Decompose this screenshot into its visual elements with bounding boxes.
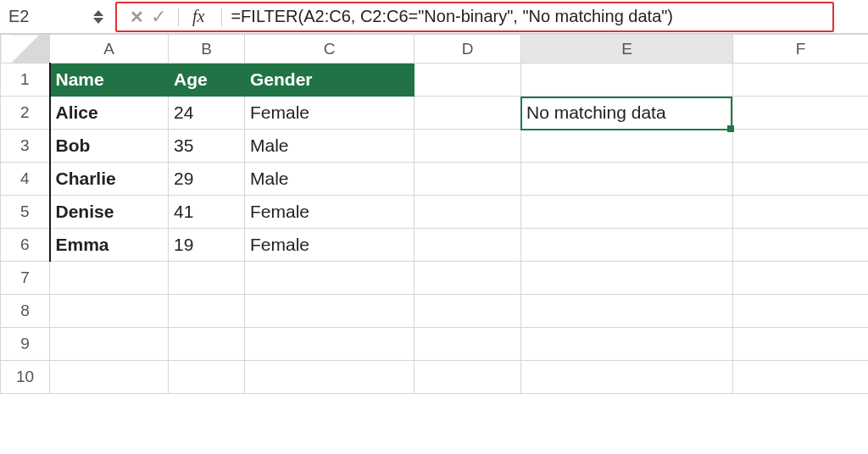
row-header[interactable]: 2	[1, 97, 50, 130]
row-header[interactable]: 8	[1, 295, 50, 328]
confirm-formula-icon[interactable]: ✓	[147, 6, 170, 28]
cell-C8[interactable]	[245, 295, 415, 328]
cell-C3[interactable]: Male	[245, 130, 415, 163]
cell-C2[interactable]: Female	[245, 97, 415, 130]
cell-F3[interactable]	[733, 130, 869, 163]
divider	[221, 8, 222, 26]
row-header[interactable]: 1	[1, 64, 50, 97]
cell-D5[interactable]	[415, 196, 521, 229]
cell-A9[interactable]	[50, 328, 169, 361]
cell-E4[interactable]	[521, 163, 733, 196]
row-6: 6 Emma 19 Female	[1, 229, 869, 262]
cell-B5[interactable]: 41	[169, 196, 245, 229]
row-7: 7	[1, 262, 869, 295]
cell-D6[interactable]	[415, 229, 521, 262]
fx-icon[interactable]: fx	[192, 7, 204, 26]
cell-E5[interactable]	[521, 196, 733, 229]
cell-F10[interactable]	[733, 361, 869, 394]
cell-F9[interactable]	[733, 328, 869, 361]
row-header[interactable]: 3	[1, 130, 50, 163]
divider	[178, 8, 179, 26]
formula-bar-group: ✕ ✓ fx =FILTER(A2:C6, C2:C6="Non-binary"…	[115, 2, 834, 32]
cell-C6[interactable]: Female	[245, 229, 415, 262]
cell-D8[interactable]	[415, 295, 521, 328]
cell-B10[interactable]	[169, 361, 245, 394]
cell-F6[interactable]	[733, 229, 869, 262]
row-header[interactable]: 10	[1, 361, 50, 394]
row-header[interactable]: 6	[1, 229, 50, 262]
cell-D3[interactable]	[415, 130, 521, 163]
cell-A6[interactable]: Emma	[50, 229, 169, 262]
row-10: 10	[1, 361, 869, 394]
formula-input[interactable]: =FILTER(A2:C6, C2:C6="Non-binary", "No m…	[231, 7, 824, 26]
cell-F2[interactable]	[733, 97, 869, 130]
col-header-A[interactable]: A	[50, 35, 169, 64]
chevron-down-icon[interactable]	[93, 18, 103, 24]
cell-E8[interactable]	[521, 295, 733, 328]
cell-F8[interactable]	[733, 295, 869, 328]
row-4: 4 Charlie 29 Male	[1, 163, 869, 196]
row-3: 3 Bob 35 Male	[1, 130, 869, 163]
cell-D9[interactable]	[415, 328, 521, 361]
cell-C10[interactable]	[245, 361, 415, 394]
cell-D4[interactable]	[415, 163, 521, 196]
cell-F7[interactable]	[733, 262, 869, 295]
cell-A4[interactable]: Charlie	[50, 163, 169, 196]
fill-handle[interactable]	[727, 125, 734, 132]
row-2: 2 Alice 24 Female No matching data	[1, 97, 869, 130]
cell-F1[interactable]	[733, 64, 869, 97]
cell-F5[interactable]	[733, 196, 869, 229]
col-header-C[interactable]: C	[245, 35, 415, 64]
cell-B2[interactable]: 24	[169, 97, 245, 130]
select-all-corner[interactable]	[1, 35, 50, 64]
chevron-up-icon[interactable]	[93, 10, 103, 16]
row-header[interactable]: 7	[1, 262, 50, 295]
row-header[interactable]: 4	[1, 163, 50, 196]
row-8: 8	[1, 295, 869, 328]
cell-C7[interactable]	[245, 262, 415, 295]
row-header[interactable]: 5	[1, 196, 50, 229]
col-header-B[interactable]: B	[169, 35, 245, 64]
cell-E2[interactable]: No matching data	[521, 97, 733, 130]
cell-D7[interactable]	[415, 262, 521, 295]
cell-A8[interactable]	[50, 295, 169, 328]
cell-A1[interactable]: Name	[50, 64, 169, 97]
cell-F4[interactable]	[733, 163, 869, 196]
col-header-D[interactable]: D	[415, 35, 521, 64]
cell-A7[interactable]	[50, 262, 169, 295]
name-box-stepper[interactable]	[93, 10, 103, 24]
col-header-F[interactable]: F	[733, 35, 869, 64]
cancel-formula-icon[interactable]: ✕	[125, 7, 147, 27]
cell-B9[interactable]	[169, 328, 245, 361]
cell-B1[interactable]: Age	[169, 64, 245, 97]
cell-E7[interactable]	[521, 262, 733, 295]
cell-D10[interactable]	[415, 361, 521, 394]
spreadsheet-grid[interactable]: A B C D E F 1 Name Age Gender 2 Alice 24	[0, 34, 868, 394]
name-box[interactable]: E2	[8, 7, 110, 26]
cell-E9[interactable]	[521, 328, 733, 361]
row-header[interactable]: 9	[1, 328, 50, 361]
cell-B7[interactable]	[169, 262, 245, 295]
cell-C4[interactable]: Male	[245, 163, 415, 196]
cell-C9[interactable]	[245, 328, 415, 361]
cell-B6[interactable]: 19	[169, 229, 245, 262]
cell-C5[interactable]: Female	[245, 196, 415, 229]
col-header-E[interactable]: E	[521, 35, 733, 64]
cell-A5[interactable]: Denise	[50, 196, 169, 229]
cell-E3[interactable]	[521, 130, 733, 163]
cell-D2[interactable]	[415, 97, 521, 130]
row-9: 9	[1, 328, 869, 361]
cell-B8[interactable]	[169, 295, 245, 328]
row-1: 1 Name Age Gender	[1, 64, 869, 97]
cell-B4[interactable]: 29	[169, 163, 245, 196]
cell-C1[interactable]: Gender	[245, 64, 415, 97]
cell-B3[interactable]: 35	[169, 130, 245, 163]
cell-E1[interactable]	[521, 64, 733, 97]
cell-A10[interactable]	[50, 361, 169, 394]
cell-D1[interactable]	[415, 64, 521, 97]
cell-A2[interactable]: Alice	[50, 97, 169, 130]
formula-bar-row: E2 ✕ ✓ fx =FILTER(A2:C6, C2:C6="Non-bina…	[0, 0, 868, 34]
cell-A3[interactable]: Bob	[50, 130, 169, 163]
cell-E10[interactable]	[521, 361, 733, 394]
cell-E6[interactable]	[521, 229, 733, 262]
